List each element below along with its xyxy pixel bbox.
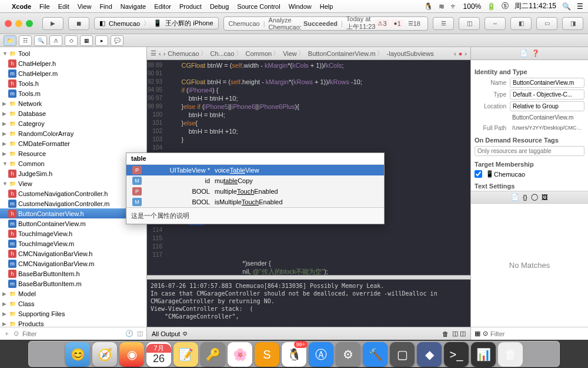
recent-filter-icon[interactable]: 🕐 — [125, 330, 133, 337]
nav-row-categroy[interactable]: ▶📁Categroy — [0, 118, 146, 128]
dock-chrome[interactable]: ◉ — [119, 342, 144, 367]
menu-file[interactable]: File — [39, 3, 50, 10]
media-library-tab[interactable]: 🖼 — [542, 194, 548, 201]
menu-product[interactable]: Product — [179, 3, 202, 10]
library-filter-input[interactable] — [490, 330, 584, 337]
library-view-toggle[interactable]: ▦ — [475, 330, 480, 337]
window-minimize-button[interactable] — [15, 20, 22, 27]
toggle-inspector[interactable]: ◨ — [562, 17, 583, 30]
completion-voiceTableView[interactable]: PUITableView *voiceTableView — [126, 165, 384, 175]
nav-row-network[interactable]: ▶📁Network — [0, 98, 146, 108]
dock-trash[interactable]: 🗑 — [498, 342, 523, 367]
find-navigator-tab[interactable]: 🔍 — [34, 35, 47, 46]
dock-app-orange[interactable]: S — [255, 342, 279, 367]
scheme-selector[interactable]: ◧ Chemucao 〉 📱 王小辉的 iPhone — [94, 17, 219, 29]
dock-safari[interactable]: 🧭 — [92, 342, 117, 367]
toggle-navigator[interactable]: ◧ — [510, 17, 532, 30]
toggle-debug[interactable]: ▭ — [536, 17, 557, 30]
file-tree[interactable]: ▼📁ToolhChatHelper.hmChatHelper.mhTools.h… — [0, 47, 146, 327]
issues-badge[interactable]: ☰ 18 — [406, 19, 423, 28]
navigator-filter-input[interactable] — [22, 330, 122, 337]
breakpoint-navigator-tab[interactable]: ▸ — [95, 35, 108, 46]
nav-row-database[interactable]: ▶📁Database — [0, 108, 146, 118]
dock-xcode[interactable]: 🔨 — [363, 342, 387, 367]
nav-row-touchimageview-h[interactable]: hTouchImageView.h — [0, 228, 146, 238]
object-library-tab[interactable]: ◯ — [531, 193, 538, 201]
back-button[interactable]: ‹ — [159, 50, 161, 57]
nav-row-view[interactable]: ▼📁View — [0, 178, 146, 188]
menu-view[interactable]: View — [78, 3, 92, 10]
jump-bar[interactable]: ☰ ‹ › Chemucao〉 Ch...cao〉 Common〉 View〉 … — [147, 47, 470, 60]
dock-finder[interactable]: 😊 — [65, 342, 90, 367]
menu-find[interactable]: Find — [99, 3, 112, 10]
nav-row-supporting-files[interactable]: ▶📁Supporting Files — [0, 309, 146, 319]
next-issue-button[interactable]: › — [465, 50, 467, 57]
console-filter-dropdown[interactable]: All Output — [152, 330, 180, 337]
menu-window[interactable]: Window — [289, 3, 312, 10]
prev-issue-button[interactable]: ‹ — [454, 50, 456, 57]
editor-mode-version[interactable]: ↔ — [485, 17, 506, 30]
nav-row-cmcnavigationbarview-m[interactable]: mCMCNavigationBarView.m — [0, 258, 146, 268]
nav-row-tools-h[interactable]: hTools.h — [0, 78, 146, 88]
run-button[interactable]: ▶ — [42, 17, 64, 30]
dock-app-dark[interactable]: ▢ — [390, 342, 415, 367]
dock-appstore[interactable]: Ⓐ — [309, 342, 333, 367]
clear-console-icon[interactable]: 🗑 — [442, 330, 449, 337]
errors-badge[interactable]: ● 1 — [392, 19, 403, 28]
dock-keychain[interactable]: 🔑 — [201, 342, 225, 367]
nav-row-customenavigationcontroller-h[interactable]: hCustomeNavigationController.h — [0, 188, 146, 198]
editor-mode-assistant[interactable]: ◫ — [459, 17, 480, 30]
report-navigator-tab[interactable]: 💬 — [111, 35, 123, 46]
file-inspector-tab[interactable]: 📄 — [520, 49, 528, 57]
nav-row-buttoncontainerview-m[interactable]: mButtonContainerView.m — [0, 218, 146, 228]
clock[interactable]: 周二11:42:15 — [514, 1, 556, 11]
nav-row-cmcnavigationbarview-h[interactable]: hCMCNavigationBarView.h — [0, 248, 146, 258]
debug-console[interactable]: 2016-07-26 11:07:57.883 Chemucao[864:313… — [147, 280, 470, 327]
nav-row-tools-m[interactable]: mTools.m — [0, 88, 146, 98]
nav-row-customenavigationcontroller-m[interactable]: mCustomeNavigationController.m — [0, 198, 146, 208]
nav-row-resource[interactable]: ▶📁Resource — [0, 148, 146, 158]
nav-row-products[interactable]: ▶📁Products — [0, 319, 146, 327]
nav-row-buttoncontainerview-h[interactable]: hButtonContainerView.h — [0, 208, 146, 218]
nav-row-cmdateformatter[interactable]: ▶📁CMDateFormatter — [0, 138, 146, 148]
completion-multipleTouchEnabled[interactable]: PBOOLmultipleTouchEnabled — [126, 186, 384, 197]
dock-system-preferences[interactable]: ⚙ — [336, 342, 360, 367]
dock-photos[interactable]: 🌸 — [228, 342, 252, 367]
nav-row-common[interactable]: ▼📁Common — [0, 158, 146, 168]
debug-navigator-tab[interactable]: ▦ — [80, 35, 93, 46]
symbol-navigator-tab[interactable]: ☷ — [19, 35, 32, 46]
nav-row-tool[interactable]: ▼📁Tool — [0, 48, 146, 58]
debug-splitter[interactable] — [147, 275, 470, 280]
editor-mode-standard[interactable]: ☰ — [433, 17, 454, 30]
status-icon[interactable]: 🐧 — [424, 2, 433, 11]
notification-center-icon[interactable]: ☰ — [577, 2, 583, 11]
nav-row-model[interactable]: ▶📁Model — [0, 289, 146, 299]
completion-isMultipleTouchEnabled[interactable]: MBOOLisMultipleTouchEnabled — [126, 197, 384, 207]
dock-qq[interactable]: 🐧99+ — [282, 342, 306, 367]
location-dropdown[interactable]: Relative to Group — [510, 101, 584, 111]
project-navigator-tab[interactable]: 📁 — [4, 35, 16, 46]
related-items-icon[interactable]: ☰ — [151, 49, 156, 57]
network-icon[interactable]: ≋ — [439, 2, 445, 11]
add-button[interactable]: ＋ — [4, 329, 10, 338]
file-name-field[interactable]: ButtonContainerView.m — [510, 78, 584, 88]
dock-calendar[interactable]: 7月26 — [146, 342, 171, 367]
warnings-badge[interactable]: ⚠ 3 — [375, 19, 389, 28]
issue-navigator-tab[interactable]: ⚠ — [49, 35, 62, 46]
target-checkbox[interactable] — [475, 170, 482, 178]
menu-editor[interactable]: Editor — [154, 3, 171, 10]
input-source-icon[interactable]: ⓢ — [502, 1, 509, 11]
nav-row-chathelper-h[interactable]: hChatHelper.h — [0, 58, 146, 68]
file-template-library-tab[interactable]: 📄 — [511, 193, 519, 201]
dock-app-blue[interactable]: ◆ — [417, 342, 442, 367]
menu-help[interactable]: Help — [320, 3, 333, 10]
dock-activity-monitor[interactable]: 📊 — [471, 342, 496, 367]
completion-mutableCopy[interactable]: MidmutableCopy — [126, 175, 384, 186]
test-navigator-tab[interactable]: ◇ — [65, 35, 78, 46]
nav-row-chathelper-m[interactable]: mChatHelper.m — [0, 68, 146, 78]
console-views-toggle[interactable]: ◫ ◫ — [452, 330, 466, 337]
issue-indicator-icon[interactable]: ● — [459, 50, 463, 57]
menu-debug[interactable]: Debug — [210, 3, 229, 10]
nav-row-basebarbuttonitem-m[interactable]: mBaseBarButtonItem.m — [0, 279, 146, 289]
nav-row-touchimageview-m[interactable]: mTouchImageView.m — [0, 238, 146, 248]
